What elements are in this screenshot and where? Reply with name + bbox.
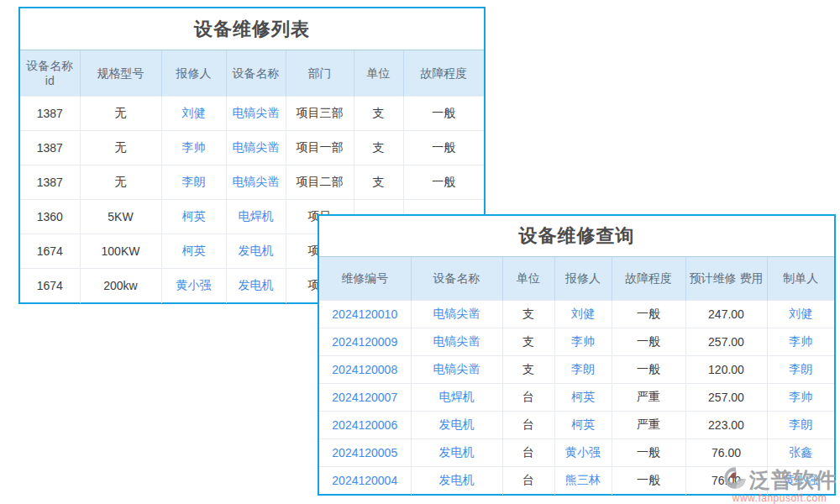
cell-link[interactable]: 发电机 (226, 269, 286, 303)
cell-link[interactable]: 李朗 (554, 356, 612, 384)
table-row: 2024120007电焊机台柯英严重257.00李帅 (319, 384, 834, 412)
cell-link[interactable]: 柯英 (554, 384, 612, 412)
table-cell: 支 (354, 97, 403, 131)
column-header: 规格型号 (80, 50, 161, 97)
cell-link[interactable]: 李帅 (767, 328, 834, 356)
cell-link[interactable]: 2024120010 (319, 301, 411, 328)
table-row: 1387无李朗电镐尖凿项目二部支一般 (20, 165, 484, 200)
table-cell: 247.00 (685, 301, 767, 328)
table-cell: 1387 (20, 97, 80, 131)
table-cell: 台 (502, 467, 554, 495)
column-header: 制单人 (767, 257, 834, 301)
table-cell: 支 (502, 356, 554, 384)
cell-link[interactable]: 2024120006 (319, 412, 411, 439)
table-cell: 223.00 (685, 412, 767, 439)
table-cell: 257.00 (685, 384, 767, 412)
header-row: 维修编号设备名称单位报修人故障程度预计维修 费用制单人 (319, 257, 834, 301)
repair-query-panel: 设备维修查询 维修编号设备名称单位报修人故障程度预计维修 费用制单人 20241… (318, 214, 836, 496)
table-cell: 项目二部 (286, 165, 354, 200)
column-header: 部门 (286, 50, 354, 97)
table-cell: 一般 (403, 97, 484, 131)
table-cell: 台 (502, 412, 554, 439)
cell-link[interactable]: 熊三林 (554, 467, 612, 495)
cell-link[interactable]: 电镐尖凿 (411, 356, 502, 384)
cell-link[interactable]: 李帅 (767, 384, 834, 412)
column-header: 报修人 (554, 257, 612, 301)
cell-link[interactable]: 刘健 (161, 97, 226, 131)
cell-link[interactable]: 发电机 (411, 439, 502, 467)
cell-link[interactable]: 电镐尖凿 (226, 131, 286, 165)
cell-link[interactable]: 发电机 (411, 467, 502, 495)
table-cell: 一般 (612, 467, 685, 495)
column-header: 设备名称 (226, 50, 286, 97)
cell-link[interactable]: 电焊机 (226, 200, 286, 234)
repair-query-title: 设备维修查询 (319, 216, 834, 256)
cell-link[interactable]: 李朗 (767, 412, 834, 439)
cell-link[interactable]: 张鑫 (767, 439, 834, 467)
cell-link[interactable]: 李朗 (161, 165, 226, 200)
table-cell: 支 (354, 165, 403, 200)
table-cell: 一般 (403, 165, 484, 200)
cell-link[interactable]: 2024120007 (319, 384, 411, 412)
table-cell: 台 (502, 439, 554, 467)
table-cell: 1387 (20, 165, 80, 200)
table-cell: 严重 (612, 384, 685, 412)
cell-link[interactable]: 黄小强 (554, 439, 612, 467)
table-cell: 1387 (20, 131, 80, 165)
table-cell: 一般 (612, 439, 685, 467)
table-cell: 一般 (612, 328, 685, 356)
table-cell: 支 (502, 301, 554, 328)
column-header: 单位 (354, 50, 403, 97)
cell-link[interactable]: 李朗 (767, 356, 834, 384)
cell-link[interactable]: 黄小强 (161, 269, 226, 303)
cell-link[interactable]: 电镐尖凿 (411, 301, 502, 328)
column-header: 故障程度 (403, 50, 484, 97)
column-header: 设备名称id (20, 50, 80, 97)
cell-link[interactable]: 电焊机 (411, 384, 502, 412)
cell-link[interactable]: 柯英 (161, 200, 226, 234)
table-cell: 一般 (612, 301, 685, 328)
table-cell: 项目三部 (286, 97, 354, 131)
cell-link[interactable]: 2024120005 (319, 439, 411, 467)
cell-link[interactable]: 李帅 (554, 328, 612, 356)
cell-link[interactable]: 柯英 (161, 234, 226, 269)
cell-link[interactable]: 2024120008 (319, 356, 411, 384)
table-cell: 支 (502, 328, 554, 356)
cell-link[interactable]: 电镐尖凿 (226, 165, 286, 200)
table-cell: 无 (80, 131, 161, 165)
table-cell: 项目一部 (286, 131, 354, 165)
table-row: 1387无刘健电镐尖凿项目三部支一般 (20, 97, 484, 131)
table-cell: 76.00 (685, 467, 767, 495)
table-cell: 200kw (80, 269, 161, 303)
cell-link[interactable]: 黄小强 (767, 467, 834, 495)
column-header: 预计维修 费用 (685, 257, 767, 301)
page: 设备维修列表 设备名称id规格型号报修人设备名称部门单位故障程度 1387无刘健… (0, 0, 840, 504)
table-cell: 1360 (20, 200, 80, 234)
cell-link[interactable]: 发电机 (411, 412, 502, 439)
column-header: 维修编号 (319, 257, 411, 301)
table-cell: 100KW (80, 234, 161, 269)
column-header: 报修人 (161, 50, 226, 97)
table-row: 2024120009电镐尖凿支李帅一般257.00李帅 (319, 328, 834, 356)
table-cell: 5KW (80, 200, 161, 234)
cell-link[interactable]: 电镐尖凿 (411, 328, 502, 356)
cell-link[interactable]: 刘健 (554, 301, 612, 328)
table-cell: 无 (80, 165, 161, 200)
cell-link[interactable]: 柯英 (554, 412, 612, 439)
table-row: 2024120006发电机台柯英严重223.00李朗 (319, 412, 834, 439)
table-cell: 台 (502, 384, 554, 412)
table-row: 1387无李帅电镐尖凿项目一部支一般 (20, 131, 484, 165)
cell-link[interactable]: 2024120004 (319, 467, 411, 495)
cell-link[interactable]: 刘健 (767, 301, 834, 328)
repair-list-title: 设备维修列表 (20, 8, 484, 50)
table-cell: 一般 (403, 131, 484, 165)
cell-link[interactable]: 2024120009 (319, 328, 411, 356)
cell-link[interactable]: 电镐尖凿 (226, 97, 286, 131)
cell-link[interactable]: 李帅 (161, 131, 226, 165)
table-cell: 120.00 (685, 356, 767, 384)
table-cell: 无 (80, 97, 161, 131)
table-cell: 1674 (20, 234, 80, 269)
table-row: 2024120004发电机台熊三林一般76.00黄小强 (319, 467, 834, 495)
cell-link[interactable]: 发电机 (226, 234, 286, 269)
column-header: 设备名称 (411, 257, 502, 301)
